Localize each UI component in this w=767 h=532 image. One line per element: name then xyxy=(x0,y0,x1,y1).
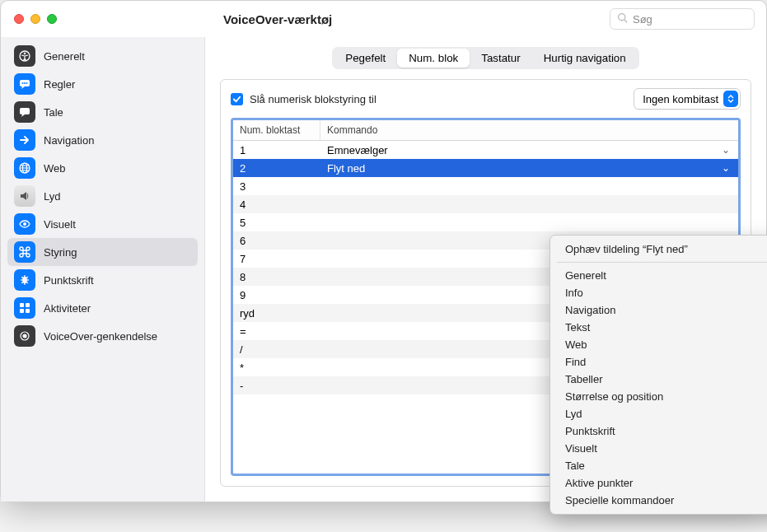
command-icon xyxy=(14,241,35,263)
sidebar-item-styring[interactable]: Styring xyxy=(7,238,198,266)
titlebar: VoiceOver-værktøj Søg xyxy=(1,1,766,37)
tab-bar: Pegefelt Num. blok Tastatur Hurtig navig… xyxy=(332,47,638,69)
sidebar-item-navigation[interactable]: Navigation xyxy=(7,126,198,154)
svg-line-1 xyxy=(624,20,627,22)
popup-group-punktskrift[interactable]: Punktskrift› xyxy=(550,422,767,440)
popup-group-lyd[interactable]: Lyd› xyxy=(550,405,767,422)
popup-group-tekst[interactable]: Tekst› xyxy=(550,319,767,336)
search-field[interactable]: Søg xyxy=(610,8,755,30)
sidebar-item-label: Regler xyxy=(44,78,75,91)
popup-group-generelt[interactable]: Generelt› xyxy=(550,267,767,284)
command-popup-menu: Ophæv tildeling “Flyt ned” Generelt› Inf… xyxy=(550,235,767,515)
popup-group-navigation[interactable]: Navigation› xyxy=(550,301,767,319)
accessibility-icon xyxy=(14,45,35,67)
sidebar-item-lyd[interactable]: Lyd xyxy=(7,182,198,210)
sidebar-item-regler[interactable]: Regler xyxy=(7,70,198,98)
tab-tastatur[interactable]: Tastatur xyxy=(470,49,531,68)
sidebar-item-punktskrift[interactable]: Punktskrift xyxy=(7,266,198,294)
sidebar-item-label: Visuelt xyxy=(44,218,76,231)
combo-label: Ingen kombitast xyxy=(643,93,718,105)
tab-pegefelt[interactable]: Pegefelt xyxy=(334,49,397,68)
popup-group-tabeller[interactable]: Tabeller› xyxy=(550,371,767,388)
braille-icon xyxy=(14,269,35,291)
chevron-down-icon: ⌄ xyxy=(722,144,730,156)
speech-icon xyxy=(14,101,35,123)
svg-rect-14 xyxy=(20,303,24,307)
table-header: Num. bloktast Kommando xyxy=(233,120,738,141)
speaker-icon xyxy=(14,185,35,207)
table-row[interactable]: 5 xyxy=(233,213,738,231)
sidebar-item-label: Aktiviteter xyxy=(44,302,91,315)
sidebar-item-visuelt[interactable]: Visuelt xyxy=(7,210,198,238)
table-row[interactable]: 3 xyxy=(233,177,738,195)
globe-icon xyxy=(14,157,35,179)
svg-rect-15 xyxy=(26,303,30,307)
sidebar-item-genkendelse[interactable]: VoiceOver-genkendelse xyxy=(7,322,198,350)
sidebar: Generelt Regler Tale Navigation Web Lyd xyxy=(1,37,205,502)
window-title: VoiceOver-værktøj xyxy=(223,12,332,26)
sidebar-item-label: VoiceOver-genkendelse xyxy=(44,330,157,343)
eye-icon xyxy=(14,213,35,235)
popup-group-storrelse[interactable]: Størrelse og position› xyxy=(550,388,767,405)
table-row-selected[interactable]: 2 Flyt ned⌄ xyxy=(233,159,738,177)
speech-bubble-icon xyxy=(14,73,35,95)
popup-unassign[interactable]: Ophæv tildeling “Flyt ned” xyxy=(550,240,767,258)
popup-group-find[interactable]: Find› xyxy=(550,353,767,371)
checkbox-label: Slå numerisk blokstyring til xyxy=(250,93,376,105)
svg-rect-10 xyxy=(22,112,26,113)
apps-icon xyxy=(14,297,35,319)
sidebar-item-label: Web xyxy=(44,162,66,175)
popup-group-specielle[interactable]: Specielle kommandoer› xyxy=(550,492,767,509)
svg-point-19 xyxy=(23,334,26,338)
col-command[interactable]: Kommando xyxy=(320,120,738,140)
search-placeholder: Søg xyxy=(633,13,652,26)
popup-group-info[interactable]: Info› xyxy=(550,284,767,301)
col-key[interactable]: Num. bloktast xyxy=(233,120,320,140)
chevron-down-icon: ⌄ xyxy=(722,162,730,174)
search-icon xyxy=(617,12,628,26)
menu-separator xyxy=(557,262,767,263)
sidebar-item-label: Lyd xyxy=(44,190,60,203)
svg-point-7 xyxy=(26,82,28,84)
popup-group-web[interactable]: Web› xyxy=(550,336,767,353)
minimize-window-button[interactable] xyxy=(30,14,40,24)
updown-caret-icon xyxy=(723,91,738,107)
popup-group-aktive-punkter[interactable]: Aktive punkter› xyxy=(550,474,767,492)
tab-numblok[interactable]: Num. blok xyxy=(397,49,470,68)
tab-hurtig-navigation[interactable]: Hurtig navigation xyxy=(532,49,638,68)
modifier-key-select[interactable]: Ingen kombitast xyxy=(634,88,741,110)
table-row[interactable]: 1 Emnevælger⌄ xyxy=(233,141,738,159)
recognition-icon xyxy=(14,325,35,347)
svg-point-6 xyxy=(24,82,26,84)
sidebar-item-label: Punktskrift xyxy=(44,274,94,287)
sidebar-item-generelt[interactable]: Generelt xyxy=(7,42,198,70)
window-controls xyxy=(14,14,57,24)
svg-point-5 xyxy=(22,82,24,84)
voiceover-window: VoiceOver-værktøj Søg Generelt Regler Ta… xyxy=(0,0,767,502)
svg-rect-9 xyxy=(22,110,28,111)
sidebar-item-label: Styring xyxy=(44,246,77,259)
sidebar-item-label: Navigation xyxy=(44,134,94,147)
sidebar-item-label: Tale xyxy=(44,106,63,119)
close-window-button[interactable] xyxy=(14,14,24,24)
table-row[interactable]: 4 xyxy=(233,195,738,213)
svg-point-0 xyxy=(619,14,625,21)
svg-rect-17 xyxy=(26,309,30,313)
sidebar-item-label: Generelt xyxy=(44,50,85,63)
checkbox-checked-icon xyxy=(231,93,243,105)
svg-point-13 xyxy=(23,222,26,226)
popup-group-visuelt[interactable]: Visuelt› xyxy=(550,440,767,457)
sidebar-item-aktiviteter[interactable]: Aktiviteter xyxy=(7,294,198,322)
enable-numpad-checkbox[interactable]: Slå numerisk blokstyring til xyxy=(231,93,376,105)
sidebar-item-tale[interactable]: Tale xyxy=(7,98,198,126)
content-pane: Pegefelt Num. blok Tastatur Hurtig navig… xyxy=(205,37,766,502)
svg-point-3 xyxy=(24,53,26,55)
arrow-right-icon xyxy=(14,129,35,151)
svg-rect-16 xyxy=(20,309,24,313)
popup-group-tale[interactable]: Tale› xyxy=(550,457,767,474)
sidebar-item-web[interactable]: Web xyxy=(7,154,198,182)
zoom-window-button[interactable] xyxy=(47,14,57,24)
